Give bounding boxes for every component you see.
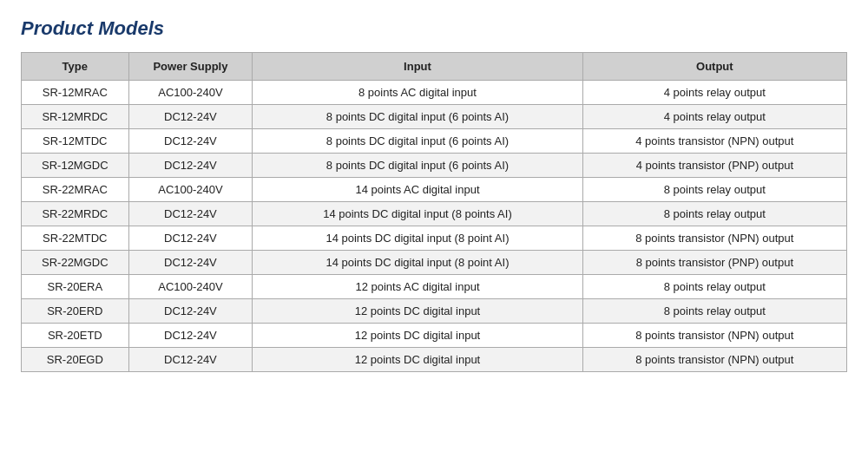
cell-type: SR-12MRAC (22, 81, 129, 105)
cell-power: DC12-24V (128, 154, 253, 178)
page-title: Product Models (21, 17, 847, 40)
cell-power: DC12-24V (128, 299, 253, 324)
header-power: Power Supply (128, 53, 253, 81)
cell-type: SR-22MGDC (22, 251, 129, 275)
cell-input: 12 points DC digital input (253, 348, 582, 372)
table-row: SR-22MTDCDC12-24V14 points DC digital in… (22, 226, 847, 251)
header-output: Output (582, 53, 846, 81)
cell-input: 14 points DC digital input (8 point AI) (253, 251, 582, 275)
table-row: SR-12MRACAC100-240V8 points AC digital i… (22, 81, 847, 105)
product-models-table: Type Power Supply Input Output SR-12MRAC… (21, 52, 847, 372)
cell-output: 8 points relay output (582, 178, 846, 202)
header-input: Input (253, 53, 582, 81)
table-header-row: Type Power Supply Input Output (22, 53, 847, 81)
cell-power: DC12-24V (128, 202, 253, 226)
cell-output: 4 points relay output (582, 81, 846, 105)
table-row: SR-20ETDDC12-24V12 points DC digital inp… (22, 324, 847, 348)
cell-input: 8 points DC digital input (6 points AI) (253, 154, 582, 178)
cell-input: 8 points AC digital input (253, 81, 582, 105)
cell-type: SR-20ETD (22, 324, 129, 348)
cell-type: SR-22MRAC (22, 178, 129, 202)
cell-power: AC100-240V (128, 275, 253, 299)
table-row: SR-22MGDCDC12-24V14 points DC digital in… (22, 251, 847, 275)
cell-power: DC12-24V (128, 226, 253, 251)
table-row: SR-12MTDCDC12-24V8 points DC digital inp… (22, 129, 847, 154)
cell-type: SR-20EGD (22, 348, 129, 372)
cell-input: 12 points DC digital input (253, 324, 582, 348)
cell-type: SR-12MTDC (22, 129, 129, 154)
table-row: SR-20ERAAC100-240V12 points AC digital i… (22, 275, 847, 299)
cell-input: 14 points DC digital input (8 point AI) (253, 226, 582, 251)
cell-input: 12 points AC digital input (253, 275, 582, 299)
cell-input: 14 points AC digital input (253, 178, 582, 202)
cell-power: AC100-240V (128, 81, 253, 105)
cell-type: SR-22MRDC (22, 202, 129, 226)
table-row: SR-20EGDDC12-24V12 points DC digital inp… (22, 348, 847, 372)
cell-output: 8 points relay output (582, 202, 846, 226)
cell-output: 8 points transistor (NPN) output (582, 324, 846, 348)
table-row: SR-22MRDCDC12-24V14 points DC digital in… (22, 202, 847, 226)
cell-output: 4 points relay output (582, 105, 846, 129)
cell-input: 8 points DC digital input (6 points AI) (253, 105, 582, 129)
cell-type: SR-20ERA (22, 275, 129, 299)
cell-output: 4 points transistor (PNP) output (582, 154, 846, 178)
cell-power: AC100-240V (128, 178, 253, 202)
cell-type: SR-12MRDC (22, 105, 129, 129)
table-row: SR-20ERDDC12-24V12 points DC digital inp… (22, 299, 847, 324)
table-row: SR-22MRACAC100-240V14 points AC digital … (22, 178, 847, 202)
cell-output: 4 points transistor (NPN) output (582, 129, 846, 154)
header-type: Type (22, 53, 129, 81)
cell-input: 12 points DC digital input (253, 299, 582, 324)
cell-output: 8 points transistor (NPN) output (582, 348, 846, 372)
cell-power: DC12-24V (128, 348, 253, 372)
cell-power: DC12-24V (128, 324, 253, 348)
cell-power: DC12-24V (128, 129, 253, 154)
cell-input: 8 points DC digital input (6 points AI) (253, 129, 582, 154)
cell-type: SR-12MGDC (22, 154, 129, 178)
table-row: SR-12MGDCDC12-24V8 points DC digital inp… (22, 154, 847, 178)
cell-output: 8 points relay output (582, 275, 846, 299)
cell-type: SR-20ERD (22, 299, 129, 324)
cell-input: 14 points DC digital input (8 points AI) (253, 202, 582, 226)
cell-power: DC12-24V (128, 251, 253, 275)
cell-output: 8 points transistor (PNP) output (582, 251, 846, 275)
cell-power: DC12-24V (128, 105, 253, 129)
cell-output: 8 points relay output (582, 299, 846, 324)
cell-output: 8 points transistor (NPN) output (582, 226, 846, 251)
table-row: SR-12MRDCDC12-24V8 points DC digital inp… (22, 105, 847, 129)
cell-type: SR-22MTDC (22, 226, 129, 251)
